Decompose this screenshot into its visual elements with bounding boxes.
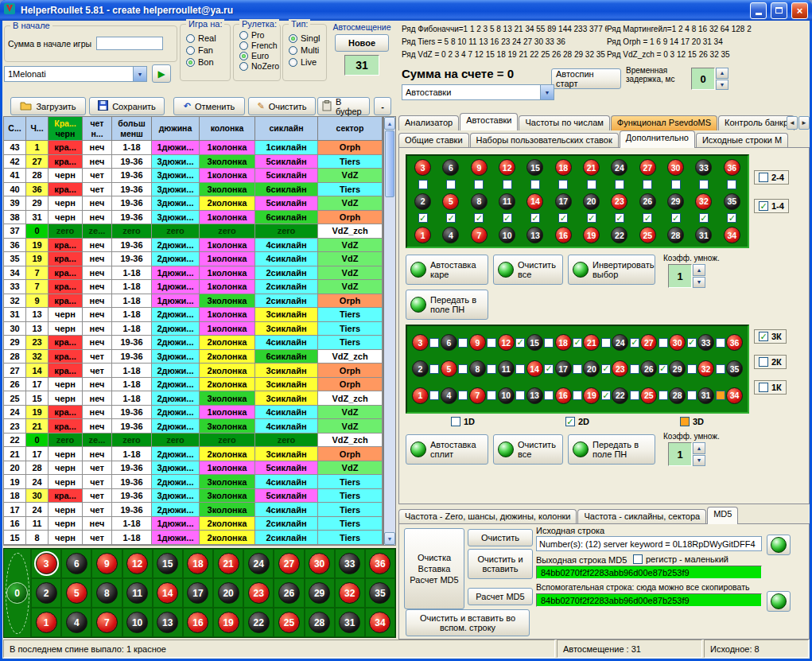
bet-checkbox[interactable]: [630, 338, 639, 348]
bet-number-8[interactable]: 8: [471, 193, 488, 210]
bet-checkbox[interactable]: [727, 213, 736, 223]
history-row[interactable]: 1924чернчет19-362дюжи...3колонка4сиклайн…: [4, 475, 383, 489]
history-row[interactable]: 4036кра...чет19-363дюжи...3колонка6сикла…: [4, 183, 383, 197]
wheel-number-8[interactable]: 8: [96, 582, 118, 604]
bet-number-8[interactable]: 8: [469, 360, 486, 377]
bet-checkbox[interactable]: [530, 213, 540, 223]
bet-checkbox[interactable]: [601, 391, 611, 400]
wheel-number-7[interactable]: 7: [96, 612, 118, 633]
dim-option-3D[interactable]: 3D: [680, 417, 704, 426]
bet-number-17[interactable]: 17: [555, 193, 572, 210]
bet-number-9[interactable]: 9: [471, 159, 488, 176]
coef-spinner-2[interactable]: 1 ▲ ▼: [668, 442, 705, 466]
bet-number-28[interactable]: 28: [667, 227, 684, 243]
wheel-number-9[interactable]: 9: [96, 553, 118, 574]
history-row[interactable]: 2117черннеч1-182дюжи...2колонка3сиклайнO…: [4, 447, 383, 461]
tab-psevdoms[interactable]: Функционал PsevdoMS: [611, 115, 717, 130]
send-to-pn-button-2[interactable]: Передать в поле ПН: [568, 434, 655, 465]
bet-checkbox[interactable]: [643, 213, 652, 223]
clear-all-kare-button[interactable]: Очистить все: [493, 255, 563, 285]
radio-euro[interactable]: Euro: [239, 51, 280, 60]
start-sum-input[interactable]: [96, 37, 163, 50]
wheel-number-6[interactable]: 6: [66, 553, 87, 574]
history-row[interactable]: 4227кра...неч19-363дюжи...3колонка5сикла…: [4, 155, 383, 169]
bet-number-25[interactable]: 25: [639, 227, 656, 243]
bet-number-4[interactable]: 4: [441, 387, 457, 404]
bet-number-28[interactable]: 28: [669, 387, 686, 404]
tab-analyzer[interactable]: Анализатор: [398, 115, 459, 130]
bet-checkbox[interactable]: [544, 364, 554, 374]
bet-number-23[interactable]: 23: [611, 193, 627, 210]
clear-button[interactable]: ✎ Очистить: [248, 97, 316, 115]
bet-checkbox[interactable]: [503, 213, 512, 223]
bet-checkbox[interactable]: [587, 213, 596, 223]
radio-bon[interactable]: Bon: [186, 57, 230, 67]
bet-number-32[interactable]: 32: [697, 360, 714, 377]
md5-clear-paste-button[interactable]: Очистить и вставить: [468, 549, 533, 579]
bet-checkbox[interactable]: [643, 180, 652, 189]
radio-real[interactable]: Real: [186, 33, 230, 43]
md5-calc-button[interactable]: Расчет MD5: [468, 588, 533, 605]
bet-number-34[interactable]: 34: [726, 387, 743, 404]
autobets-combobox[interactable]: Автоставки ▼: [402, 84, 554, 100]
bet-checkbox[interactable]: [418, 213, 428, 223]
md5-aux-run-button[interactable]: [767, 591, 791, 612]
close-button[interactable]: ×: [791, 2, 808, 19]
bet-number-31[interactable]: 31: [697, 387, 714, 404]
side-checkbox[interactable]: [759, 332, 768, 341]
wheel-number-19[interactable]: 19: [218, 612, 239, 633]
wheel-number-17[interactable]: 17: [187, 582, 208, 604]
history-row[interactable]: 2515черннеч1-182дюжи...3колонка3сиклайнV…: [4, 391, 383, 406]
subtab-source-strings[interactable]: Исходные строки М: [696, 133, 788, 148]
bet-checkbox[interactable]: [530, 180, 540, 189]
undo-button[interactable]: ↶ Отменить: [173, 97, 245, 115]
tab-freq-sixlines-sectors[interactable]: Частота - сиклайны, сектора: [577, 509, 706, 524]
history-row[interactable]: 3113черннеч1-182дюжи...1колонка3сиклайнT…: [4, 308, 383, 322]
bet-number-2[interactable]: 2: [414, 193, 431, 210]
profile-combobox[interactable]: 1Melonati ▼: [4, 66, 147, 82]
bet-checkbox[interactable]: [615, 180, 624, 189]
bet-number-9[interactable]: 9: [469, 334, 486, 351]
radio-live[interactable]: Live: [289, 57, 326, 67]
bet-checkbox[interactable]: [615, 213, 624, 223]
bet-checkbox[interactable]: [544, 338, 554, 348]
bet-checkbox[interactable]: [659, 391, 668, 400]
wheel-number-0[interactable]: 0: [6, 582, 28, 604]
history-row[interactable]: 3831черннеч19-363дюжи...1колонка6сиклайн…: [4, 211, 383, 225]
scroll-down-icon[interactable]: ▼: [384, 532, 395, 545]
wheel-number-4[interactable]: 4: [66, 612, 87, 633]
bet-checkbox[interactable]: [515, 338, 525, 348]
bet-checkbox[interactable]: [487, 364, 496, 374]
wheel-zero-cell[interactable]: 0: [4, 549, 31, 637]
history-row[interactable]: 3013черннеч1-182дюжи...1колонка3сиклайнT…: [4, 322, 383, 336]
history-row[interactable]: 370zeroze...zerozerozerozeroVdZ_zch: [4, 224, 383, 239]
bet-checkbox[interactable]: [544, 391, 554, 400]
chevron-down-icon[interactable]: ▼: [133, 67, 146, 81]
bet-number-7[interactable]: 7: [469, 387, 486, 404]
bet-number-12[interactable]: 12: [499, 159, 515, 176]
scroll-up-icon[interactable]: ▲: [384, 117, 395, 130]
md5-clear-button[interactable]: Очистить: [468, 529, 533, 546]
tab-bankroll-control[interactable]: Контроль банкр: [718, 115, 795, 130]
bet-number-18[interactable]: 18: [555, 159, 572, 176]
side-checkbox[interactable]: [759, 357, 768, 367]
side-option-1К[interactable]: 1К: [754, 380, 787, 395]
dim-checkbox[interactable]: [565, 417, 575, 426]
wheel-number-13[interactable]: 13: [157, 612, 178, 633]
bet-checkbox[interactable]: [687, 391, 697, 400]
bet-checkbox[interactable]: [515, 364, 525, 374]
wheel-number-18[interactable]: 18: [187, 553, 208, 574]
dim-checkbox[interactable]: [451, 417, 460, 426]
side-option-1-4[interactable]: 1-4: [754, 199, 789, 213]
spin-up-icon[interactable]: ▲: [693, 264, 705, 276]
load-button[interactable]: Загрузить: [10, 97, 86, 115]
history-row[interactable]: 2923кра...неч19-362дюжи...2колонка4сикла…: [4, 336, 383, 350]
subtab-user-bet-sets[interactable]: Наборы пользовательских ставок: [470, 133, 619, 148]
radio-french[interactable]: French: [239, 41, 280, 50]
wheel-number-1[interactable]: 1: [36, 612, 57, 633]
wheel-number-31[interactable]: 31: [339, 612, 360, 633]
autoshift-new-button[interactable]: Новое: [335, 34, 389, 52]
subtab-common-bets[interactable]: Общие ставки: [398, 133, 469, 148]
bet-checkbox[interactable]: [671, 213, 681, 223]
invert-selection-button[interactable]: Инвертировать выбор: [568, 255, 655, 285]
